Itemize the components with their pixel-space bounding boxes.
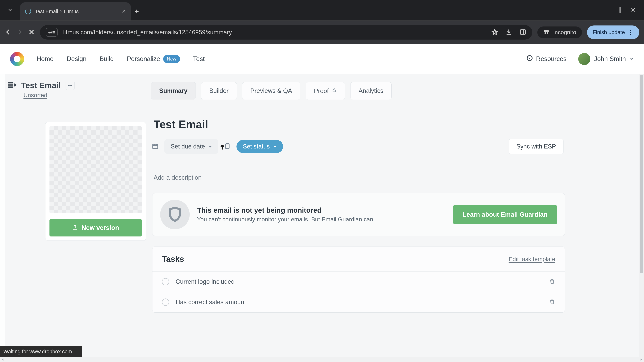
task-label: Has correct sales amount xyxy=(176,299,246,306)
guardian-cta-button[interactable]: Learn about Email Guardian xyxy=(453,205,557,224)
stop-reload-button[interactable] xyxy=(28,29,35,36)
page-title: Test Email xyxy=(151,99,644,131)
tasks-heading: Tasks xyxy=(162,254,184,264)
tab-analytics[interactable]: Analytics xyxy=(350,82,392,99)
task-row: Current logo included xyxy=(152,272,565,292)
scrollbar-thumb[interactable] xyxy=(640,75,643,273)
new-badge: New xyxy=(163,55,180,63)
status-label: Set status xyxy=(243,143,270,150)
browser-titlebar: Test Email > Litmus × + xyxy=(0,0,644,20)
guardian-subtitle: You can't continuously monitor your emai… xyxy=(197,216,375,223)
left-rail xyxy=(0,74,5,362)
app-topnav: Home Design Build Personalize New Test R… xyxy=(0,44,644,74)
nav-personalize-label: Personalize xyxy=(127,55,160,62)
site-settings-icon[interactable]: ⊖≡ xyxy=(46,28,58,36)
close-window-button[interactable] xyxy=(630,7,636,13)
maximize-button[interactable] xyxy=(620,7,620,13)
chevron-down-icon xyxy=(630,55,634,62)
address-bar[interactable]: ⊖≡ litmus.com/folders/unsorted_emails/em… xyxy=(40,25,532,39)
tab-proof-label: Proof xyxy=(314,87,329,94)
chevron-down-icon xyxy=(8,7,12,13)
user-name: John Smith xyxy=(594,55,626,62)
browser-tab-title: Test Email > Litmus xyxy=(35,8,118,14)
more-actions-button[interactable]: ••• xyxy=(66,81,75,90)
delete-task-button[interactable] xyxy=(549,278,555,286)
mouse-cursor-icon xyxy=(219,144,226,150)
add-description-link[interactable]: Add a description xyxy=(154,174,202,181)
tab-summary[interactable]: Summary xyxy=(151,82,196,99)
new-tab-button[interactable]: + xyxy=(131,2,142,20)
task-row: Has correct sales amount xyxy=(152,292,565,312)
email-thumbnail[interactable] xyxy=(50,126,142,213)
tab-proof[interactable]: Proof xyxy=(306,82,345,99)
svg-rect-5 xyxy=(153,144,158,149)
scroll-right-icon[interactable] xyxy=(638,357,644,362)
edit-task-template-link[interactable]: Edit task template xyxy=(509,256,555,263)
svg-rect-6 xyxy=(226,144,229,149)
nav-build[interactable]: Build xyxy=(99,54,114,64)
back-button[interactable] xyxy=(5,29,12,36)
delete-task-button[interactable] xyxy=(549,298,555,306)
close-tab-button[interactable]: × xyxy=(122,8,126,14)
resources-label: Resources xyxy=(536,55,566,62)
browser-tab[interactable]: Test Email > Litmus × xyxy=(20,2,131,20)
set-due-date-button[interactable]: Set due date xyxy=(164,139,218,154)
calendar-icon xyxy=(152,142,159,150)
tab-previews-qa[interactable]: Previews & QA xyxy=(242,82,300,99)
url-text: litmus.com/folders/unsorted_emails/email… xyxy=(63,29,232,36)
sync-esp-button[interactable]: Sync with ESP xyxy=(509,139,564,154)
collapse-sidebar-icon[interactable] xyxy=(7,80,16,90)
preview-card: New version xyxy=(45,122,146,241)
finish-update-label: Finish update xyxy=(593,29,625,35)
nav-design[interactable]: Design xyxy=(66,54,87,64)
scroll-left-icon[interactable] xyxy=(0,357,6,362)
upload-icon xyxy=(72,224,78,232)
svg-point-1 xyxy=(544,32,546,34)
nav-personalize[interactable]: Personalize New xyxy=(126,53,180,65)
browser-status-text: Waiting for www.dropbox.com... xyxy=(0,346,82,357)
bookmark-icon[interactable] xyxy=(492,29,498,36)
tab-builder[interactable]: Builder xyxy=(201,82,237,99)
task-label: Current logo included xyxy=(176,278,234,285)
avatar xyxy=(578,53,590,65)
due-date-label: Set due date xyxy=(171,143,205,150)
vertical-scrollbar[interactable] xyxy=(639,74,644,357)
download-icon[interactable] xyxy=(506,29,512,36)
litmus-logo[interactable] xyxy=(10,52,24,66)
email-title: Test Email xyxy=(21,81,61,90)
menu-icon: ⋮ xyxy=(628,29,634,36)
svg-point-2 xyxy=(547,32,548,34)
user-menu[interactable]: John Smith xyxy=(578,53,634,65)
tasks-panel: Tasks Edit task template Current logo in… xyxy=(152,247,565,313)
folder-link[interactable]: Unsorted xyxy=(24,92,47,98)
side-panel-icon[interactable] xyxy=(520,29,526,36)
caret-down-icon xyxy=(209,143,212,150)
window-controls xyxy=(610,0,644,20)
guardian-title: This email is not yet being monitored xyxy=(197,206,375,214)
email-tabs: Summary Builder Previews & QA Proof Anal… xyxy=(151,74,644,99)
incognito-label: Incognito xyxy=(553,29,576,35)
lock-icon xyxy=(332,87,337,94)
info-icon xyxy=(526,55,533,63)
svg-rect-4 xyxy=(333,90,336,92)
nav-resources[interactable]: Resources xyxy=(526,55,566,63)
nav-home[interactable]: Home xyxy=(36,54,54,64)
incognito-badge[interactable]: Incognito xyxy=(537,26,582,38)
forward-button[interactable] xyxy=(16,29,23,36)
finish-update-button[interactable]: Finish update ⋮ xyxy=(587,25,639,39)
task-checkbox[interactable] xyxy=(162,299,169,306)
loading-spinner-icon xyxy=(25,8,31,14)
set-status-button[interactable]: Set status xyxy=(236,140,283,153)
nav-test[interactable]: Test xyxy=(192,54,206,64)
browser-toolbar: ⊖≡ litmus.com/folders/unsorted_emails/em… xyxy=(0,20,644,44)
incognito-icon xyxy=(543,29,550,36)
new-version-label: New version xyxy=(82,224,119,231)
caret-down-icon xyxy=(273,143,277,150)
email-guardian-banner: This email is not yet being monitored Yo… xyxy=(152,193,565,236)
svg-rect-0 xyxy=(520,30,526,34)
task-checkbox[interactable] xyxy=(162,278,169,285)
horizontal-scrollbar[interactable] xyxy=(0,357,644,362)
shield-icon xyxy=(160,200,190,229)
tab-search-dropdown[interactable] xyxy=(0,0,20,20)
new-version-button[interactable]: New version xyxy=(50,219,142,237)
